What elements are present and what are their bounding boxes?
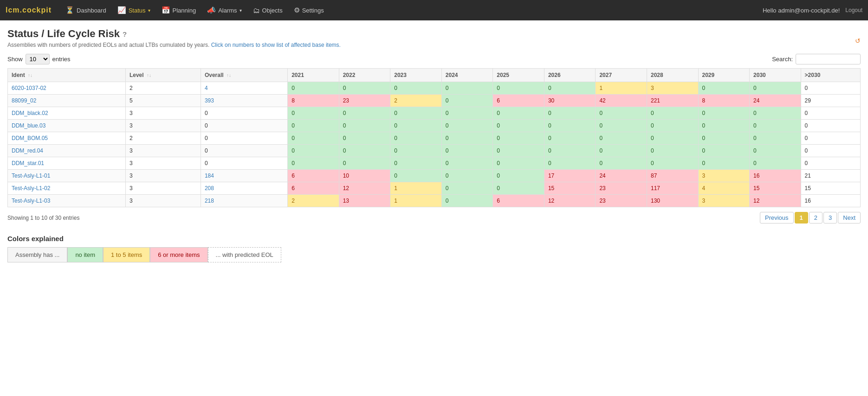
year-cell: 0 (698, 107, 750, 120)
year-cell-link[interactable]: 2 (394, 97, 397, 104)
year-cell-link[interactable]: 221 (651, 97, 660, 104)
year-cell-link[interactable]: 1 (599, 85, 602, 91)
year-cell-link[interactable]: 8 (702, 97, 706, 104)
dashboard-icon: ⏳ (65, 6, 74, 14)
year-cell: 0 (647, 145, 698, 157)
nav-dashboard[interactable]: ⏳ Dashboard (61, 0, 111, 20)
ident-link[interactable]: Test-Asly-L1-03 (12, 198, 50, 204)
year-cell-link[interactable]: 6 (291, 172, 295, 179)
show-entries-control: Show 10 25 50 100 entries (7, 54, 71, 64)
search-input[interactable] (796, 54, 861, 64)
ident-link[interactable]: Test-Asly-L1-02 (12, 185, 50, 192)
page-3-button[interactable]: 3 (823, 212, 837, 224)
year-cell-link[interactable]: 6 (497, 97, 500, 104)
overall-link[interactable]: 4 (205, 85, 208, 91)
col-ident[interactable]: Ident ↑↓ (8, 69, 126, 82)
year-cell-link[interactable]: 10 (343, 172, 349, 179)
year-cell-link[interactable]: 15 (753, 185, 759, 192)
year-cell-link[interactable]: 87 (651, 172, 657, 179)
year-cell-link[interactable]: 8 (291, 97, 295, 104)
ident-link[interactable]: DDM_star.01 (12, 160, 44, 166)
ident-link[interactable]: DDM_black.02 (12, 110, 48, 116)
nav-alarms[interactable]: 📣 Alarms ▾ (202, 0, 246, 20)
ident-link[interactable]: DDM_BOM.05 (12, 135, 48, 141)
year-cell-link[interactable]: 4 (702, 185, 706, 192)
year-cell: 0 (288, 157, 339, 170)
reset-button[interactable]: ↺ (855, 37, 861, 45)
help-icon[interactable]: ? (123, 30, 127, 38)
year-cell-link[interactable]: 1 (394, 185, 397, 192)
nav-status[interactable]: 📈 Status ▾ (113, 0, 155, 20)
ident-link[interactable]: 88099_02 (12, 97, 36, 104)
year-cell-link[interactable]: 30 (548, 97, 554, 104)
year-cell-link[interactable]: 3 (702, 198, 706, 204)
year-cell-link[interactable]: 130 (651, 198, 660, 204)
year-cell: 0 (647, 107, 698, 120)
year-cell-link[interactable]: 1 (394, 198, 397, 204)
year-cell-link[interactable]: 23 (599, 185, 605, 192)
year-cell: 0 (441, 132, 493, 145)
year-cell-link[interactable]: 117 (651, 185, 660, 192)
table-controls: Show 10 25 50 100 entries Search: (7, 54, 861, 64)
year-cell: 1 (390, 182, 442, 195)
year-cell-link[interactable]: 17 (548, 172, 554, 179)
entries-select[interactable]: 10 25 50 100 (26, 54, 50, 64)
year-cell-link[interactable]: 23 (343, 97, 349, 104)
year-cell-link[interactable]: 12 (753, 198, 759, 204)
year-cell-link[interactable]: 2 (291, 198, 295, 204)
year-cell-link[interactable]: 6 (497, 198, 500, 204)
year-cell-link[interactable]: 3 (651, 85, 654, 91)
year-cell: 0 (750, 120, 801, 132)
overall-link[interactable]: 218 (205, 198, 214, 204)
year-cell: 0 (801, 107, 860, 120)
year-cell: 0 (801, 157, 860, 170)
previous-button[interactable]: Previous (760, 212, 794, 224)
year-cell-link[interactable]: 24 (599, 172, 605, 179)
subtitle-link[interactable]: Click on numbers to show list of affecte… (211, 42, 341, 48)
ident-link[interactable]: 6020-1037-02 (12, 85, 46, 91)
year-cell-link[interactable]: 42 (599, 97, 605, 104)
table-body: 6020-1037-02240000001300088099_025393823… (8, 82, 861, 207)
year-cell-link[interactable]: 23 (599, 198, 605, 204)
col-overall[interactable]: Overall ↑↓ (201, 69, 287, 82)
year-cell-link[interactable]: 13 (343, 198, 349, 204)
year-cell: 0 (596, 107, 647, 120)
overall-link[interactable]: 184 (205, 172, 214, 179)
year-cell-link[interactable]: 6 (291, 185, 295, 192)
nav-logout-button[interactable]: Logout (845, 7, 862, 13)
year-cell-link[interactable]: 16 (753, 172, 759, 179)
nav-planning[interactable]: 📅 Planning (157, 0, 201, 20)
year-cell-link[interactable]: 15 (548, 185, 554, 192)
year-cell: 0 (339, 107, 390, 120)
show-label: Show (7, 56, 23, 63)
page-2-button[interactable]: 2 (809, 212, 823, 224)
year-cell: 0 (339, 145, 390, 157)
year-cell-link[interactable]: 12 (343, 185, 349, 192)
year-cell: 221 (647, 95, 698, 107)
ident-link[interactable]: Test-Asly-L1-01 (12, 172, 50, 179)
legend-title: Colors explained (7, 235, 861, 243)
data-table-wrap: Ident ↑↓ Level ↑↓ Overall ↑↓ 2021 2022 2… (7, 68, 861, 207)
ident-link[interactable]: DDM_blue.03 (12, 122, 45, 129)
overall-link[interactable]: 208 (205, 185, 214, 192)
next-button[interactable]: Next (838, 212, 861, 224)
year-cell: 15 (750, 182, 801, 195)
page-title: Status / Life Cycle Risk ? (7, 28, 341, 40)
ident-link[interactable]: DDM_red.04 (12, 147, 43, 154)
year-cell-link[interactable]: 24 (753, 97, 759, 104)
year-cell-link[interactable]: 3 (702, 172, 706, 179)
nav-objects[interactable]: 🗂 Objects (248, 0, 287, 20)
table-row: DDM_black.023000000000000 (8, 107, 861, 120)
nav-settings[interactable]: ⚙ Settings (289, 0, 329, 20)
year-cell: 0 (288, 107, 339, 120)
page-1-button[interactable]: 1 (795, 212, 808, 224)
year-cell-link[interactable]: 12 (548, 198, 554, 204)
year-cell: 0 (441, 107, 493, 120)
year-cell: 0 (801, 132, 860, 145)
col-level[interactable]: Level ↑↓ (125, 69, 201, 82)
overall-cell: 184 (201, 170, 287, 182)
legend-chip-1-to-5: 1 to 5 items (103, 247, 150, 262)
year-cell: 0 (750, 145, 801, 157)
data-table: Ident ↑↓ Level ↑↓ Overall ↑↓ 2021 2022 2… (7, 68, 861, 207)
overall-link[interactable]: 393 (205, 97, 214, 104)
